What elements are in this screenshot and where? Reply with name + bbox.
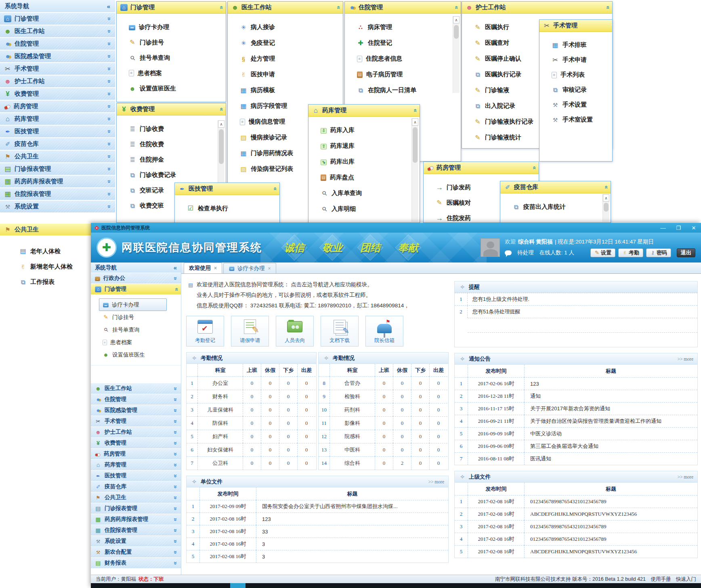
scrollbar-thumb[interactable] — [454, 25, 459, 39]
menu-item[interactable]: 住院登记 — [357, 35, 458, 51]
menu-item[interactable]: 免疫登记 — [240, 35, 340, 51]
table-row[interactable]: 3 2017-02-08 16时 01234567899876543210123… — [455, 520, 697, 533]
nav-submenu-item[interactable]: 患者档案 — [99, 336, 167, 349]
chevron-up-icon[interactable]: » — [334, 6, 341, 9]
menu-item[interactable]: 门诊收费记录 — [129, 167, 223, 183]
menu-item[interactable]: 设置值班医生 — [129, 81, 223, 96]
menu-item[interactable]: 疫苗出入库统计 — [512, 199, 608, 214]
table-row[interactable]: 3 2017-02-08 16时 33 — [187, 525, 448, 538]
menu-item[interactable]: 手术设置 — [552, 97, 610, 112]
panel-header[interactable]: 医生工作站 » — [228, 2, 343, 14]
table-row[interactable]: 1 2017-02-09 09时 国务院安委会办公室关于山西省朔州市中煤集团担水… — [187, 500, 448, 512]
table-row[interactable]: 4 2017-02-08 16时 01234567899876543210123… — [455, 533, 697, 545]
menu-item[interactable]: 病床管理 — [357, 19, 458, 35]
scrollbar[interactable]: ∧ — [453, 16, 460, 93]
sidebar-item[interactable]: 药房药库报表管理 » — [0, 176, 115, 188]
header-button[interactable]: 密码 — [646, 248, 671, 257]
panel-header[interactable]: 疫苗仓库 » — [500, 181, 611, 193]
nav-item[interactable]: 新农合配置 » — [91, 547, 181, 558]
maximize-button[interactable]: ❐ — [675, 225, 682, 231]
more-link[interactable]: >> more — [678, 475, 693, 479]
table-row[interactable]: 5 2017-02-08 16时 3 — [187, 550, 448, 563]
menu-item[interactable]: 手术排班 — [552, 38, 610, 52]
scrollbar[interactable]: ∧ — [602, 194, 609, 222]
window-titlebar[interactable]: 医院信息协同管理系统 — ❐ ✕ — [91, 223, 701, 233]
nav-item[interactable]: 收费管理 » — [91, 438, 181, 449]
sidebar-item[interactable]: 住院管理 » — [0, 38, 115, 50]
panel-header[interactable]: 门诊管理 » — [117, 2, 226, 14]
table-row[interactable]: 4 2017-02-08 16时 3 — [187, 538, 448, 550]
shortcut-button[interactable]: 院长信箱 — [365, 316, 403, 346]
menu-item[interactable]: 手术申请 — [552, 52, 610, 67]
nav-item[interactable]: 住院报表管理 » — [91, 525, 181, 536]
panel-header[interactable]: 住院管理 » — [345, 2, 461, 14]
shortcut-button[interactable]: 人员去向 — [276, 316, 314, 346]
table-row[interactable]: 2 2017-02-08 16时 123 — [187, 512, 448, 525]
tab-welcome[interactable]: 欢迎使用 × — [184, 262, 222, 273]
menu-item[interactable]: 药库出库 — [321, 154, 417, 170]
nav-submenu-item[interactable]: 门诊挂号 — [99, 311, 167, 323]
sidebar-item[interactable]: 住院报表管理 » — [0, 188, 115, 201]
header-button[interactable]: 考勤 — [618, 248, 643, 257]
pending-link[interactable]: 待处理 — [517, 249, 534, 256]
sidebar-item[interactable]: 手术管理 » — [0, 63, 115, 76]
scrollbar[interactable]: ∧ — [411, 118, 418, 222]
sidebar-item[interactable]: 医院感染管理 » — [0, 50, 115, 63]
nav-item-outpatient-expanded[interactable]: 门诊管理 » — [91, 284, 181, 295]
nav-submenu-item[interactable]: 设置值班医生 — [99, 349, 167, 361]
sidebar-item[interactable]: 疫苗仓库 » — [0, 138, 115, 151]
collapse-icon[interactable]: « — [174, 264, 177, 271]
menu-item[interactable]: 住院患者信息 — [357, 51, 458, 67]
table-row[interactable]: 4 2016-09-21 11时 关于做好自治区传染病报告管理质量调查迎检工作的… — [455, 415, 697, 427]
menu-item[interactable]: 门诊挂号 — [129, 35, 223, 50]
menu-item[interactable]: 医技申请 — [240, 67, 340, 82]
nav-item[interactable]: 手术管理 » — [91, 416, 181, 427]
sidebar-item[interactable]: 系统设置 » — [0, 201, 115, 213]
sidebar-item[interactable]: 医生工作站 » — [0, 25, 115, 38]
nav-item[interactable]: 药库管理 » — [91, 460, 181, 470]
sidebar-item[interactable]: 护士工作站 » — [0, 76, 115, 88]
menu-item[interactable]: 病人接诊 — [240, 19, 340, 35]
more-link[interactable]: >> more — [678, 357, 693, 361]
nav-submenu-item[interactable]: 挂号单查询 — [99, 323, 167, 336]
menu-item[interactable]: 病历模板 — [240, 82, 340, 98]
panel-header[interactable]: 药库管理 » — [309, 105, 420, 117]
chevron-up-icon[interactable]: » — [217, 107, 224, 111]
menu-item[interactable]: 入库单查询 — [321, 185, 417, 201]
nav-item[interactable]: 药房管理 » — [91, 449, 181, 460]
minimize-button[interactable]: — — [660, 225, 666, 231]
sidebar-item[interactable]: 医技管理 » — [0, 126, 115, 138]
tab-clinic-card[interactable]: 诊疗卡办理 × — [223, 263, 276, 273]
sidebar-item[interactable]: 药房管理 » — [0, 101, 115, 113]
shortcut-button[interactable]: 文档下载 — [321, 316, 359, 346]
menu-item[interactable]: 门诊收费 — [129, 121, 223, 136]
scroll-up-icon[interactable]: ∧ — [603, 194, 609, 202]
menu-item[interactable]: 药库盘点 — [321, 170, 417, 185]
table-row[interactable]: 5 2017-02-08 16时 ABCDEFGHIJKLMNOPQRSTUVW… — [455, 545, 697, 558]
nav-item[interactable]: 公共卫生 » — [91, 492, 181, 503]
table-row[interactable]: 7 2016-08-11 08时 医讯通知 — [455, 452, 697, 465]
chat-bubble-icon[interactable] — [505, 250, 512, 255]
panel-header[interactable]: 医技管理 » — [175, 183, 279, 195]
tab-close-icon[interactable]: × — [214, 265, 217, 271]
close-button[interactable]: ✕ — [691, 225, 697, 231]
collapse-icon[interactable]: « — [107, 3, 110, 10]
table-row[interactable]: 1 2017-02-06 16时 123 — [455, 377, 697, 390]
sidebar-item[interactable]: 收费管理 » — [0, 88, 115, 101]
reminder-row[interactable]: 2 您有51条待处理提醒 — [455, 305, 697, 318]
menu-item[interactable]: 入库明细 — [321, 201, 417, 217]
menu-item[interactable]: 手术列表 — [552, 67, 610, 82]
sidebar-item[interactable]: 药库管理 » — [0, 113, 115, 126]
nav-item[interactable]: 药房药库报表管理 » — [91, 514, 181, 525]
menu-item[interactable]: 住院押金 — [129, 152, 223, 167]
scroll-up-icon[interactable]: ∧ — [453, 16, 460, 23]
shortcut-button[interactable]: 考勤登记 — [186, 316, 224, 346]
scrollbar-thumb[interactable] — [413, 127, 418, 163]
menu-item[interactable]: 处方管理 — [240, 51, 340, 67]
scroll-up-icon[interactable]: ∧ — [218, 120, 225, 128]
nav-item[interactable]: 护士工作站 » — [91, 427, 181, 438]
sidebar-item[interactable]: 门诊报表管理 » — [0, 163, 115, 176]
nav-submenu-item[interactable]: 诊疗卡办理 — [99, 298, 167, 311]
nav-item[interactable]: 住院管理 » — [91, 394, 181, 405]
more-link[interactable]: >> more — [428, 479, 444, 484]
